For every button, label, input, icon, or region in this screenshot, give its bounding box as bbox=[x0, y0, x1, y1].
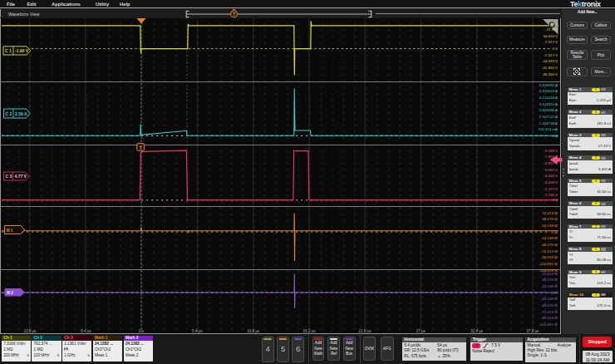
svg-text:24.138 W: 24.138 W bbox=[542, 224, 558, 228]
svg-text:-120.691 W: -120.691 W bbox=[539, 262, 558, 266]
svg-text:3.511870 A: 3.511870 A bbox=[539, 102, 558, 106]
svg-text:C 2: C 2 bbox=[6, 111, 12, 116]
svg-text:0 A: 0 A bbox=[553, 134, 558, 138]
svg-text:48.276 W: 48.276 W bbox=[542, 217, 558, 221]
svg-text:0 W: 0 W bbox=[551, 230, 558, 234]
svg-text:M 2: M 2 bbox=[7, 291, 13, 295]
svg-text:72.413 W: 72.413 W bbox=[542, 272, 558, 276]
svg-text:-10.8 µs: -10.8 µs bbox=[22, 329, 37, 333]
svg-text:4.214244 A: 4.214244 A bbox=[539, 96, 558, 100]
svg-text:T: T bbox=[139, 145, 142, 150]
svg-text:1.404748 A: 1.404748 A bbox=[539, 121, 558, 125]
svg-text:C 1: C 1 bbox=[5, 48, 12, 53]
svg-text:32.4 µs: 32.4 µs bbox=[470, 329, 484, 333]
svg-text:7.317 V: 7.317 V bbox=[545, 40, 558, 44]
svg-text:72.413 W: 72.413 W bbox=[542, 211, 558, 215]
svg-text:0 V: 0 V bbox=[552, 47, 558, 51]
svg-text:48.276 W: 48.276 W bbox=[542, 278, 558, 282]
svg-text:4.916618 A: 4.916618 A bbox=[539, 89, 558, 93]
svg-text:2.107122 A: 2.107122 A bbox=[539, 115, 558, 119]
svg-text:M 1: M 1 bbox=[7, 229, 13, 233]
svg-text:9.089 V: 9.089 V bbox=[545, 149, 558, 153]
svg-text:-96.553 W: -96.553 W bbox=[541, 316, 558, 320]
svg-text:5.4 µs: 5.4 µs bbox=[192, 329, 203, 333]
svg-text:1.136 V: 1.136 V bbox=[545, 193, 558, 197]
svg-text:3.408 V: 3.408 V bbox=[545, 180, 558, 184]
svg-text:-7.317 V: -7.317 V bbox=[544, 53, 558, 57]
svg-text:6.817 V: 6.817 V bbox=[545, 161, 558, 165]
svg-text:-72.413 W: -72.413 W bbox=[541, 249, 558, 253]
svg-text:-48.276 W: -48.276 W bbox=[541, 303, 558, 307]
svg-text:10.8 µs: 10.8 µs bbox=[247, 329, 260, 333]
svg-text:-29.266 V: -29.266 V bbox=[542, 72, 558, 76]
svg-text:5.618992 A: 5.618992 A bbox=[539, 83, 558, 87]
svg-text:0 W: 0 W bbox=[551, 291, 558, 295]
svg-text:27 µs: 27 µs bbox=[416, 329, 426, 333]
svg-text:0 s: 0 s bbox=[139, 329, 145, 333]
svg-text:2.272 V: 2.272 V bbox=[545, 187, 558, 191]
svg-text:4.77 V: 4.77 V bbox=[15, 174, 27, 179]
svg-text:-96.553 W: -96.553 W bbox=[541, 255, 558, 259]
svg-text:702.374 mA: 702.374 mA bbox=[538, 127, 558, 131]
svg-text:24.138 W: 24.138 W bbox=[542, 284, 558, 288]
svg-text:21.950: 21.950 bbox=[547, 27, 558, 32]
svg-text:29.2: 29.2 bbox=[550, 22, 558, 26]
svg-text:-120.691 W: -120.691 W bbox=[539, 322, 558, 327]
svg-text:-48.276 W: -48.276 W bbox=[541, 243, 558, 247]
svg-text:C 3: C 3 bbox=[6, 174, 12, 179]
svg-text:16.2 µs: 16.2 µs bbox=[303, 329, 317, 333]
svg-text:37.8 µs: 37.8 µs bbox=[526, 329, 539, 333]
svg-text:-5.4 µs: -5.4 µs bbox=[80, 329, 92, 333]
svg-text:5.681 V: 5.681 V bbox=[545, 168, 558, 172]
svg-text:-24.138 W: -24.138 W bbox=[541, 236, 558, 240]
svg-text:0 V: 0 V bbox=[552, 198, 558, 202]
svg-text:2.809496 A: 2.809496 A bbox=[539, 108, 558, 112]
svg-text:-21.950 V: -21.950 V bbox=[542, 66, 558, 70]
svg-text:-24.138 W: -24.138 W bbox=[541, 297, 558, 301]
svg-text:-14.633 V: -14.633 V bbox=[542, 59, 558, 63]
svg-text:-1.90 V: -1.90 V bbox=[15, 48, 29, 53]
svg-text:2.59 A: 2.59 A bbox=[15, 111, 27, 116]
svg-text:7.953 V: 7.953 V bbox=[545, 155, 558, 159]
svg-text:-72.413 W: -72.413 W bbox=[541, 310, 558, 314]
svg-text:14.633 V: 14.633 V bbox=[543, 34, 558, 38]
svg-text:21.6 µs: 21.6 µs bbox=[359, 329, 372, 333]
svg-text:4.545 V: 4.545 V bbox=[545, 174, 558, 178]
